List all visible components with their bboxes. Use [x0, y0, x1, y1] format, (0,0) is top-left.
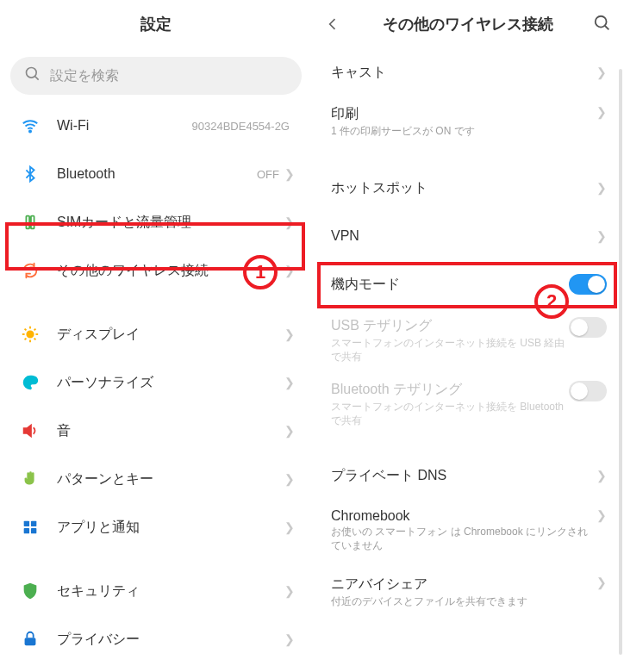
chevron-right-icon: ❯ [284, 584, 295, 598]
item-label: Bluetooth テザリング [331, 381, 569, 399]
chevron-right-icon: ❯ [596, 576, 607, 589]
item-printing[interactable]: 印刷 1 件の印刷サービスが ON です ❯ [312, 96, 624, 148]
chevron-right-icon: ❯ [596, 181, 607, 195]
svg-line-11 [34, 339, 36, 340]
item-label: ディスプレイ [57, 326, 284, 344]
settings-item-pattern[interactable]: パターンとキー ❯ [0, 455, 312, 503]
sun-icon [19, 323, 41, 345]
item-label: 音 [57, 422, 284, 440]
settings-item-apps[interactable]: アプリと通知 ❯ [0, 503, 312, 551]
item-bt-tethering: Bluetooth テザリング スマートフォンのインターネット接続を Bluet… [312, 372, 624, 436]
item-label: その他のワイヤレス接続 [57, 262, 284, 280]
section-gap [0, 551, 312, 567]
section-gap [312, 148, 624, 164]
item-label: セキュリティ [57, 582, 284, 600]
sound-icon [19, 420, 41, 442]
chevron-right-icon: ❯ [284, 327, 295, 341]
item-label: 印刷 [331, 105, 596, 123]
sim-icon [19, 211, 41, 233]
search-input[interactable]: 設定を検索 [10, 57, 302, 95]
chevron-right-icon: ❯ [284, 215, 295, 229]
settings-item-location[interactable]: 位置情報 ❯ [0, 663, 312, 672]
page-title: 設定 [140, 14, 172, 34]
shield-icon [19, 580, 41, 602]
scrollbar[interactable] [619, 69, 622, 655]
hand-icon [19, 468, 41, 490]
bt-tethering-toggle [569, 381, 607, 401]
chevron-right-icon: ❯ [596, 508, 607, 522]
item-label: Wi-Fi [57, 118, 192, 134]
chevron-right-icon: ❯ [284, 167, 295, 181]
back-button[interactable] [324, 16, 341, 36]
item-subtitle: 1 件の印刷サービスが ON です [331, 125, 596, 139]
settings-item-display[interactable]: ディスプレイ ❯ [0, 310, 312, 358]
item-vpn[interactable]: VPN ❯ [312, 212, 624, 260]
sync-icon [19, 259, 41, 282]
item-label: パターンとキー [57, 470, 284, 488]
chevron-right-icon: ❯ [596, 469, 607, 482]
chevron-right-icon: ❯ [284, 264, 295, 277]
svg-line-21 [605, 26, 609, 30]
section-gap [0, 295, 312, 310]
svg-rect-4 [31, 216, 34, 229]
chevron-right-icon: ❯ [284, 376, 295, 389]
svg-line-1 [35, 77, 39, 80]
settings-item-sound[interactable]: 音 ❯ [0, 407, 312, 455]
palette-icon [19, 371, 41, 394]
svg-point-5 [27, 331, 33, 337]
settings-panel: 設定 設定を検索 Wi-Fi 90324BDE4554-2G Bluetooth… [0, 0, 312, 672]
svg-line-13 [34, 329, 36, 331]
settings-item-wifi[interactable]: Wi-Fi 90324BDE4554-2G [0, 102, 312, 150]
chevron-right-icon: ❯ [284, 520, 295, 534]
item-label: 機内モード [331, 276, 569, 294]
item-value: 90324BDE4554-2G [192, 120, 290, 133]
item-airplane-mode[interactable]: 機内モード [312, 260, 624, 308]
svg-point-2 [29, 130, 31, 132]
chevron-right-icon: ❯ [596, 229, 607, 243]
svg-rect-18 [25, 638, 36, 645]
settings-item-security[interactable]: セキュリティ ❯ [0, 567, 312, 615]
item-value: OFF [257, 168, 279, 181]
wifi-icon [19, 115, 41, 137]
chevron-right-icon: ❯ [596, 65, 607, 79]
item-private-dns[interactable]: プライベート DNS ❯ [312, 451, 624, 500]
settings-item-other-wireless[interactable]: その他のワイヤレス接続 ❯ [0, 246, 312, 295]
airplane-mode-toggle[interactable] [569, 274, 607, 295]
item-subtitle: スマートフォンのインターネット接続を Bluetooth で共有 [331, 401, 569, 427]
search-placeholder: 設定を検索 [50, 67, 119, 85]
item-label: SIMカードと流量管理 [57, 214, 284, 232]
item-label: Bluetooth [57, 166, 257, 182]
item-label: ホットスポット [331, 179, 596, 197]
svg-line-10 [25, 329, 27, 331]
svg-rect-3 [26, 216, 29, 229]
svg-line-12 [25, 339, 27, 340]
item-nearby-share[interactable]: ニアバイシェア 付近のデバイスとファイルを共有できます ❯ [312, 567, 624, 622]
svg-rect-15 [31, 521, 36, 526]
settings-item-sim[interactable]: SIMカードと流量管理 ❯ [0, 198, 312, 246]
item-label: キャスト [331, 64, 596, 82]
item-label: ニアバイシェア [331, 576, 596, 594]
item-label: プライベート DNS [331, 467, 596, 485]
svg-rect-14 [24, 521, 29, 526]
item-hotspot[interactable]: ホットスポット ❯ [312, 164, 624, 212]
settings-item-bluetooth[interactable]: Bluetooth OFF ❯ [0, 150, 312, 198]
item-label: パーソナライズ [57, 374, 284, 392]
usb-tethering-toggle [569, 317, 607, 338]
item-label: アプリと通知 [57, 519, 284, 537]
bluetooth-icon [19, 163, 41, 185]
item-label: プライバシー [57, 631, 284, 649]
settings-item-personalize[interactable]: パーソナライズ ❯ [0, 358, 312, 407]
svg-point-0 [27, 68, 37, 78]
item-cast[interactable]: キャスト ❯ [312, 48, 624, 96]
chevron-right-icon: ❯ [596, 105, 607, 119]
item-label: USB テザリング [331, 317, 569, 335]
wireless-panel: その他のワイヤレス接続 キャスト ❯ 印刷 1 件の印刷サービスが ON です … [312, 0, 624, 672]
section-gap [312, 436, 624, 451]
item-subtitle: お使いの スマートフォン は Chromebook にリンクされていません [331, 526, 596, 552]
search-icon [24, 65, 41, 86]
settings-item-privacy[interactable]: プライバシー ❯ [0, 615, 312, 663]
header: 設定 [0, 0, 312, 48]
item-chromebook[interactable]: Chromebook お使いの スマートフォン は Chromebook にリン… [312, 500, 624, 567]
search-button[interactable] [593, 14, 612, 36]
svg-rect-17 [31, 528, 36, 533]
